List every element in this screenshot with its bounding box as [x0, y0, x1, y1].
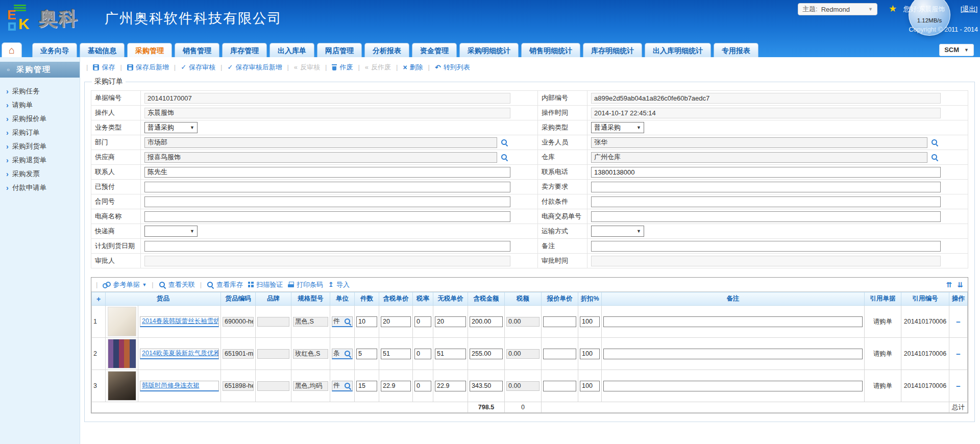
tax-price-input[interactable]: [381, 349, 411, 359]
go-to-list-button[interactable]: ↶转到列表: [435, 63, 470, 72]
sidebar-item-purchase-request[interactable]: ›请购单: [6, 98, 80, 112]
tax-price-input[interactable]: [381, 316, 411, 327]
eshop-name-input[interactable]: [144, 211, 510, 222]
sidebar-item-purchase-order[interactable]: ›采购订单: [6, 126, 80, 139]
discount-input[interactable]: [580, 349, 600, 359]
scm-selector[interactable]: SCM ▼: [939, 44, 974, 56]
warehouse-field[interactable]: 广州仓库: [591, 152, 927, 163]
sidebar-item-payment-request[interactable]: ›付款申请单: [6, 181, 80, 194]
save-audit-button[interactable]: ✓保存审核: [181, 63, 215, 72]
line-remark-input[interactable]: [603, 316, 863, 327]
tab-analysis-reports[interactable]: 分析报表: [364, 43, 409, 57]
void-button[interactable]: 作废: [332, 63, 353, 72]
reference-doc-button[interactable]: 参考单据▼: [103, 280, 146, 289]
tab-eshop-mgmt[interactable]: 网店管理: [317, 43, 362, 57]
sidebar-item-purchase-task[interactable]: ›采购任务: [6, 84, 80, 98]
add-row-button[interactable]: +: [92, 292, 106, 306]
tax-amount-input[interactable]: [470, 316, 503, 327]
magnifier-icon[interactable]: [931, 139, 938, 146]
save-and-new-button[interactable]: 保存后新增: [127, 63, 169, 72]
product-name-link[interactable]: 2014春装韩版蕾丝长袖雪纺衫: [142, 317, 219, 326]
prepaid-input[interactable]: [144, 182, 510, 192]
magnifier-icon[interactable]: [501, 139, 508, 146]
payment-terms-input[interactable]: [591, 196, 941, 207]
tab-business-wizard[interactable]: 业务向导: [32, 43, 77, 57]
product-image[interactable]: [108, 339, 136, 368]
tab-inventory-detail-stats[interactable]: 库存明细统计: [583, 43, 642, 57]
seller-requirement-input[interactable]: [591, 182, 941, 192]
tab-basic-info[interactable]: 基础信息: [80, 43, 125, 57]
notax-price-input[interactable]: [435, 316, 466, 327]
home-button[interactable]: ⌂: [2, 42, 22, 57]
notax-price-input[interactable]: [435, 381, 466, 391]
line-remark-input[interactable]: [603, 381, 863, 391]
tab-inventory-mgmt[interactable]: 库存管理: [222, 43, 267, 57]
import-button[interactable]: ↥导入: [328, 280, 350, 289]
contract-no-input[interactable]: [144, 196, 510, 207]
phone-input[interactable]: [591, 167, 941, 178]
save-audit-new-button[interactable]: ✓保存审核后新增: [227, 63, 282, 72]
biz-type-select[interactable]: 普通采购▼: [144, 122, 198, 133]
delete-button[interactable]: ×删除: [403, 63, 423, 72]
sidebar-item-purchase-return[interactable]: ›采购退货单: [6, 153, 80, 167]
purchase-type-select[interactable]: 普通采购▼: [591, 122, 644, 133]
department-field[interactable]: 市场部: [144, 137, 497, 148]
quote-price-input[interactable]: [543, 349, 576, 359]
save-button[interactable]: 保存: [93, 63, 115, 72]
remove-row-button[interactable]: −: [956, 382, 961, 390]
unaudit-button[interactable]: «反审核: [294, 63, 320, 72]
sidebar-title[interactable]: ○ 采购管理: [0, 62, 80, 78]
tab-purchase-detail-stats[interactable]: 采购明细统计: [459, 43, 519, 57]
product-image[interactable]: [108, 371, 136, 401]
tab-purchase-mgmt[interactable]: 采购管理: [127, 43, 172, 57]
magnifier-icon[interactable]: [931, 154, 938, 161]
sidebar-item-purchase-invoice[interactable]: ›采购发票: [6, 167, 80, 181]
eshop-trade-no-input[interactable]: [591, 211, 941, 222]
logout-link[interactable]: [退出]: [961, 5, 977, 14]
tax-price-input[interactable]: [381, 381, 411, 391]
qty-input[interactable]: [356, 316, 377, 327]
move-up-icon[interactable]: ⇈: [946, 281, 952, 289]
move-down-icon[interactable]: ⇊: [957, 281, 963, 289]
discount-input[interactable]: [580, 381, 600, 391]
supplier-field[interactable]: 报喜鸟服饰: [144, 152, 497, 163]
sidebar-item-purchase-arrival[interactable]: ›采购到货单: [6, 139, 80, 153]
tab-inout-orders[interactable]: 出入库单: [270, 43, 314, 57]
product-image[interactable]: [108, 307, 136, 336]
tab-special-reports[interactable]: 专用报表: [714, 43, 758, 57]
salesman-field[interactable]: 张华: [591, 137, 927, 148]
transport-select[interactable]: ▼: [591, 226, 644, 237]
scan-verify-button[interactable]: 扫描验证: [248, 280, 283, 289]
view-relation-button[interactable]: 查看关联: [159, 280, 195, 289]
magnifier-icon[interactable]: [501, 154, 508, 161]
notax-price-input[interactable]: [435, 349, 466, 359]
remove-row-button[interactable]: −: [956, 350, 961, 358]
quote-price-input[interactable]: [543, 381, 576, 391]
tax-amount-input[interactable]: [470, 349, 503, 359]
line-remark-input[interactable]: [603, 349, 863, 359]
planned-arrival-date-input[interactable]: [144, 241, 510, 252]
qty-input[interactable]: [356, 381, 377, 391]
product-name-link[interactable]: 韩版时尚修身连衣裙: [142, 381, 200, 390]
magnifier-icon[interactable]: [344, 318, 351, 325]
favorite-star-icon[interactable]: ★: [889, 3, 897, 14]
tab-sales-detail-stats[interactable]: 销售明细统计: [521, 43, 580, 57]
view-stock-button[interactable]: 查看库存: [207, 280, 243, 289]
remark-input[interactable]: [591, 241, 941, 252]
magnifier-icon[interactable]: [344, 382, 351, 389]
courier-select[interactable]: ▼: [144, 226, 198, 237]
contact-input[interactable]: [144, 167, 510, 178]
discount-input[interactable]: [580, 316, 600, 327]
tax-rate-input[interactable]: [414, 316, 431, 327]
print-barcode-button[interactable]: 打印条码: [288, 280, 323, 289]
tax-rate-input[interactable]: [414, 349, 431, 359]
qty-input[interactable]: [356, 349, 377, 359]
tax-rate-input[interactable]: [414, 381, 431, 391]
quote-price-input[interactable]: [543, 316, 576, 327]
tab-finance-mgmt[interactable]: 资金管理: [412, 43, 457, 57]
remove-row-button[interactable]: −: [956, 317, 961, 326]
tab-sales-mgmt[interactable]: 销售管理: [175, 43, 219, 57]
theme-selector[interactable]: 主题: Redmond ▼: [798, 3, 877, 15]
sidebar-item-purchase-quote[interactable]: ›采购报价单: [6, 112, 80, 126]
tax-amount-input[interactable]: [470, 381, 503, 391]
